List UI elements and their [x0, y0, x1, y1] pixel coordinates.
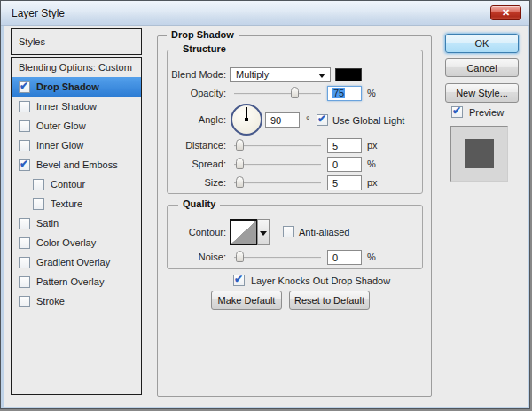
use-global-light-checkbox[interactable] [317, 114, 328, 126]
sidebar-item-outer-glow[interactable]: Outer Glow [12, 116, 141, 136]
panel-legend: Drop Shadow [167, 29, 239, 40]
window-title: Layer Style [12, 7, 65, 19]
sidebar-item-label: Outer Glow [36, 120, 86, 131]
sidebar-item-label: Blending Options: Custom [19, 62, 132, 73]
checkbox-checked-icon[interactable] [19, 81, 30, 93]
new-style-button[interactable]: New Style... [445, 83, 519, 103]
preview-label: Preview [469, 107, 504, 118]
shadow-color-swatch[interactable] [335, 68, 362, 81]
sidebar-item-stroke[interactable]: Stroke [12, 291, 141, 311]
contour-label: Contour: [168, 225, 226, 240]
opacity-slider-thumb[interactable] [291, 87, 299, 98]
close-icon: ✕ [502, 7, 510, 18]
sidebar-item-label: Color Overlay [36, 237, 96, 248]
checkbox-icon[interactable] [33, 179, 44, 190]
angle-input[interactable] [265, 112, 300, 128]
opacity-value: 75 [332, 88, 345, 98]
spread-slider-thumb[interactable] [236, 158, 244, 169]
spread-slider[interactable] [234, 164, 321, 166]
opacity-input[interactable]: 75 [327, 86, 362, 101]
quality-group: Quality Contour: Anti-aliased Noise: % [167, 205, 423, 269]
checkbox-icon[interactable] [19, 237, 30, 249]
title-bar[interactable]: Layer Style ✕ [1, 1, 529, 26]
anti-aliased-checkbox[interactable] [283, 226, 294, 237]
angle-dial[interactable] [231, 104, 262, 136]
dialog-content: Styles Blending Options: Custom Drop Sha… [4, 26, 528, 407]
make-default-button[interactable]: Make Default [211, 291, 282, 310]
checkbox-icon[interactable] [19, 218, 30, 229]
sidebar-item-gradient-overlay[interactable]: Gradient Overlay [12, 252, 141, 272]
style-preview-square [465, 139, 494, 168]
sidebar-item-label: Inner Shadow [36, 101, 97, 112]
sidebar-item-pattern-overlay[interactable]: Pattern Overlay [12, 272, 141, 291]
checkbox-icon[interactable] [19, 276, 30, 288]
ok-button[interactable]: OK [445, 34, 519, 53]
distance-input[interactable] [327, 138, 362, 153]
sidebar-item-inner-shadow[interactable]: Inner Shadow [12, 97, 141, 116]
checkbox-icon[interactable] [19, 140, 30, 151]
sidebar-item-satin[interactable]: Satin [12, 213, 141, 233]
layer-knocks-out-row[interactable]: Layer Knocks Out Drop Shadow [233, 275, 390, 286]
sidebar-item-label: Inner Glow [36, 140, 83, 151]
sidebar-item-drop-shadow[interactable]: Drop Shadow [12, 77, 141, 97]
spread-input[interactable] [327, 157, 362, 172]
size-input[interactable] [327, 175, 362, 190]
opacity-unit: % [367, 86, 376, 101]
contour-thumbnail[interactable] [230, 219, 258, 245]
styles-header: Styles [11, 28, 142, 55]
sidebar-item-texture[interactable]: Texture [12, 194, 141, 213]
use-global-light-label: Use Global Light [332, 115, 404, 126]
checkbox-icon[interactable] [33, 198, 44, 210]
preview-toggle[interactable]: Preview [451, 106, 504, 118]
size-label: Size: [168, 175, 226, 190]
sidebar-item-inner-glow[interactable]: Inner Glow [12, 136, 141, 155]
layer-knocks-out-checkbox[interactable] [233, 275, 245, 286]
noise-slider-thumb[interactable] [236, 251, 244, 262]
size-slider-thumb[interactable] [236, 176, 244, 188]
sidebar-item-label: Stroke [36, 296, 65, 306]
noise-input[interactable] [327, 250, 362, 265]
noise-unit: % [367, 250, 376, 265]
layer-style-dialog: Layer Style ✕ Styles Blending Options: C… [0, 0, 530, 409]
checkbox-icon[interactable] [19, 101, 30, 112]
sidebar-item-color-overlay[interactable]: Color Overlay [12, 233, 141, 252]
sidebar-item-label: Gradient Overlay [36, 257, 110, 268]
anti-aliased-label: Anti-aliased [299, 227, 349, 237]
sidebar-item-label: Pattern Overlay [36, 276, 104, 287]
angle-label: Angle: [168, 112, 226, 128]
checkbox-icon[interactable] [19, 296, 30, 307]
blend-mode-select[interactable]: Multiply [230, 67, 331, 82]
distance-slider[interactable] [234, 145, 321, 147]
blend-mode-label: Blend Mode: [168, 67, 226, 82]
preview-checkbox[interactable] [451, 106, 463, 118]
sidebar-item-label: Contour [51, 179, 85, 190]
noise-label: Noise: [168, 250, 226, 265]
distance-slider-thumb[interactable] [236, 139, 244, 151]
size-unit: px [367, 175, 378, 190]
chevron-down-icon [260, 231, 267, 236]
sidebar-item-contour[interactable]: Contour [12, 174, 141, 194]
checkbox-icon[interactable] [19, 257, 30, 268]
sidebar-item-blending-options[interactable]: Blending Options: Custom [12, 58, 141, 77]
close-button[interactable]: ✕ [490, 5, 521, 20]
sidebar-item-label: Satin [36, 218, 59, 229]
sidebar-item-bevel-and-emboss[interactable]: Bevel and Emboss [12, 155, 141, 174]
structure-group: Structure Blend Mode: Multiply Opacity: … [167, 50, 423, 194]
style-preview-thumbnail [450, 126, 508, 182]
layer-knocks-out-label: Layer Knocks Out Drop Shadow [251, 275, 390, 286]
noise-slider[interactable] [234, 257, 321, 259]
reset-to-default-button[interactable]: Reset to Default [289, 291, 370, 310]
cancel-button[interactable]: Cancel [445, 58, 519, 77]
sidebar-item-label: Bevel and Emboss [36, 159, 118, 170]
spread-unit: % [367, 157, 376, 172]
styles-list: Blending Options: Custom Drop Shadow Inn… [11, 57, 142, 395]
checkbox-checked-icon[interactable] [19, 159, 30, 171]
opacity-slider[interactable] [234, 93, 321, 95]
quality-legend: Quality [178, 198, 220, 209]
contour-picker-button[interactable] [257, 219, 270, 245]
checkbox-icon[interactable] [19, 120, 30, 132]
sidebar-item-label: Texture [51, 198, 82, 209]
drop-shadow-panel: Drop Shadow Structure Blend Mode: Multip… [157, 35, 432, 397]
sidebar-item-label: Drop Shadow [36, 81, 99, 92]
size-slider[interactable] [234, 182, 321, 184]
